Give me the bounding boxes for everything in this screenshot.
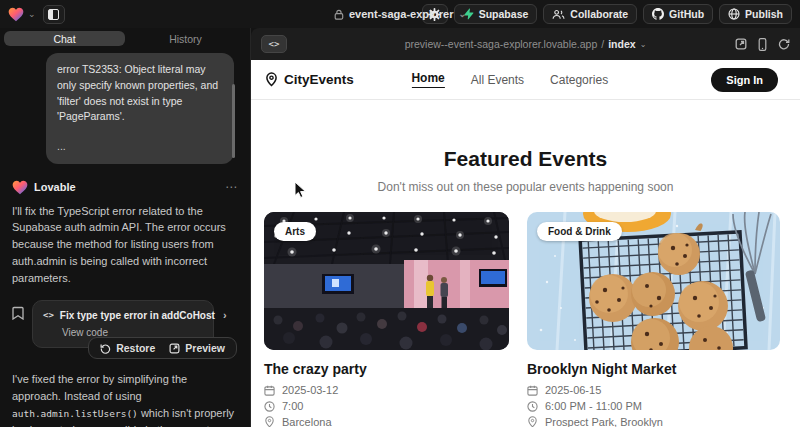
bookmark-icon[interactable] (12, 306, 24, 320)
supabase-label: Supabase (479, 8, 529, 20)
preview-label: Preview (185, 342, 225, 354)
map-pin-icon (527, 416, 538, 427)
user-message-truncated: ... (57, 139, 223, 155)
event-date: 2025-06-15 (545, 384, 601, 396)
restore-button[interactable]: Restore (100, 342, 155, 354)
event-title: Brooklyn Night Market (527, 361, 780, 377)
restore-preview-toolbar: Restore Preview (88, 337, 237, 359)
category-badge: Food & Drink (537, 222, 622, 241)
nav-categories[interactable]: Categories (550, 73, 608, 87)
restore-icon (100, 343, 111, 354)
calendar-icon (527, 385, 538, 396)
calendar-icon (264, 385, 275, 396)
event-location: Barcelona (282, 416, 332, 427)
supabase-button[interactable]: Supabase (454, 4, 538, 24)
lovable-logo-menu[interactable]: ⌄ (8, 7, 36, 22)
lovable-heart-icon (8, 7, 24, 22)
mouse-cursor (294, 181, 307, 199)
chat-history-tabs: Chat History (4, 31, 246, 46)
tool-call-title: Fix type type error in addCoHost (60, 310, 215, 321)
map-pin-icon (264, 416, 275, 427)
chevron-down-icon: ⌄ (28, 10, 36, 19)
chevron-down-icon: ⌄ (459, 10, 467, 19)
collaborate-users-icon (552, 9, 565, 20)
event-image-conference: Arts (264, 212, 509, 350)
chat-scrollbar[interactable] (232, 84, 235, 158)
sign-in-button[interactable]: Sign In (711, 68, 778, 92)
toggle-sidebar-button[interactable] (43, 5, 65, 24)
nav-all-events[interactable]: All Events (471, 73, 524, 87)
map-pin-icon (265, 72, 278, 87)
event-date: 2025-03-12 (282, 384, 338, 396)
preview-url[interactable]: preview--event-saga-explorer.lovable.app… (405, 38, 647, 50)
chevron-right-icon: › (223, 309, 227, 321)
open-preview-icon (169, 343, 180, 354)
event-card[interactable]: Food & Drink Brooklyn Night Market 2025-… (527, 212, 780, 427)
mobile-view-icon[interactable] (758, 38, 767, 51)
project-name: event-saga-explorer (349, 8, 454, 20)
chevron-down-icon: ⌄ (640, 40, 647, 49)
tab-history[interactable]: History (125, 31, 246, 46)
hero-title: Featured Events (251, 147, 800, 171)
github-icon (652, 8, 664, 20)
event-location: Prospect Park, Brooklyn (545, 416, 663, 427)
clock-icon (264, 401, 275, 412)
category-badge: Arts (274, 222, 316, 241)
top-bar: ⌄ event-saga-explorer ⌄ (0, 0, 800, 28)
collaborate-button[interactable]: Collaborate (543, 4, 637, 24)
site-nav: Home All Events Categories (411, 71, 608, 88)
site-viewport: CityEvents Home All Events Categories Si… (251, 60, 800, 427)
assistant-intro-text: I'll fix the TypeScript error related to… (12, 203, 238, 287)
github-label: GitHub (669, 8, 704, 20)
chat-panel: Chat History error TS2353: Object litera… (0, 28, 250, 427)
nav-home[interactable]: Home (411, 71, 444, 88)
globe-icon (728, 8, 740, 20)
assistant-name: Lovable (34, 181, 76, 193)
path-separator: / (601, 38, 604, 50)
event-time: 7:00 (282, 400, 303, 412)
publish-label: Publish (745, 8, 783, 20)
open-in-new-tab-icon[interactable] (735, 38, 747, 50)
site-header: CityEvents Home All Events Categories Si… (251, 60, 800, 100)
code-icon: <> (43, 310, 54, 320)
event-image-cookies: Food & Drink (527, 212, 780, 350)
refresh-icon[interactable] (778, 38, 790, 50)
event-cards: Arts The crazy party 2025-03-12 (251, 194, 800, 427)
restore-label: Restore (116, 342, 155, 354)
tab-chat[interactable]: Chat (4, 31, 125, 46)
sidebar-icon (48, 9, 59, 20)
preview-pane: <> preview--event-saga-explorer.lovable.… (250, 28, 800, 427)
lock-icon (334, 9, 344, 20)
publish-button[interactable]: Publish (719, 4, 792, 24)
site-brand[interactable]: CityEvents (265, 72, 354, 87)
event-time: 6:00 PM - 11:00 PM (545, 400, 642, 412)
preview-button[interactable]: Preview (169, 342, 225, 354)
collaborate-label: Collaborate (570, 8, 628, 20)
show-code-button[interactable]: <> (261, 35, 287, 53)
clock-icon (527, 401, 538, 412)
hero-section: Featured Events Don't miss out on these … (251, 147, 800, 194)
assistant-body-text: I've fixed the error by simplifying the … (12, 371, 238, 427)
user-message-text: error TS2353: Object literal may only sp… (57, 62, 223, 125)
lovable-heart-icon (12, 180, 28, 195)
preview-page: index (608, 38, 635, 50)
user-message-bubble: error TS2353: Object literal may only sp… (46, 53, 234, 164)
preview-domain: preview--event-saga-explorer.lovable.app (405, 38, 598, 50)
site-brand-name: CityEvents (284, 72, 354, 87)
event-title: The crazy party (264, 361, 509, 377)
preview-toolbar: <> preview--event-saga-explorer.lovable.… (251, 28, 800, 60)
github-button[interactable]: GitHub (643, 4, 713, 24)
event-card[interactable]: Arts The crazy party 2025-03-12 (264, 212, 509, 427)
message-menu-button[interactable]: ⋯ (225, 180, 238, 194)
hero-subtitle: Don't miss out on these popular events h… (251, 180, 800, 194)
lovable-app: ⌄ event-saga-explorer ⌄ (0, 0, 800, 427)
project-switcher[interactable]: event-saga-explorer ⌄ (334, 0, 466, 28)
